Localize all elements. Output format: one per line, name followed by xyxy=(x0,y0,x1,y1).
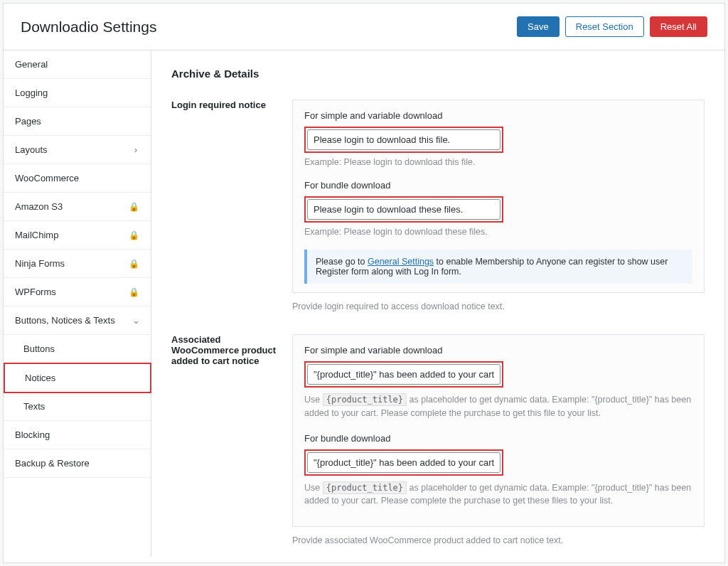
example-text: Example: Please login to download these … xyxy=(304,227,692,237)
sidebar-item-wpforms[interactable]: WPForms🔒 xyxy=(4,278,151,306)
sidebar-item-texts[interactable]: Texts xyxy=(4,393,151,421)
field-row-cart-notice: Associated WooCommerce product added to … xyxy=(171,334,705,545)
header-buttons: Save Reset Section Reset All xyxy=(517,16,707,37)
chevron-right-icon: › xyxy=(132,146,139,154)
sidebar-item-amazon-s3[interactable]: Amazon S3🔒 xyxy=(4,193,151,221)
field-description: Provide login required to access downloa… xyxy=(292,301,705,311)
field-label: Associated WooCommerce product added to … xyxy=(171,334,279,366)
sidebar-item-buttons-notices-texts[interactable]: Buttons, Notices & Texts⌄ xyxy=(4,306,151,335)
sidebar-item-label: Notices xyxy=(25,373,55,383)
sidebar-item-label: Buttons xyxy=(23,343,55,354)
cart-simple-input[interactable] xyxy=(307,364,500,385)
reset-section-button[interactable]: Reset Section xyxy=(565,16,644,37)
sub-label: For bundle download xyxy=(304,180,692,191)
example-text: Example: Please login to download this f… xyxy=(304,157,692,167)
code-placeholder: {product_title} xyxy=(323,481,407,494)
sidebar-item-label: Layouts xyxy=(15,144,48,155)
helper-text: Use {product_title} as placeholder to ge… xyxy=(304,393,692,420)
sidebar-item-logging[interactable]: Logging xyxy=(4,79,151,107)
sidebar-item-ninja-forms[interactable]: Ninja Forms🔒 xyxy=(4,250,151,278)
page-title: Downloadio Settings xyxy=(21,18,156,36)
helper-pre: Use xyxy=(304,483,323,493)
highlight-box xyxy=(304,196,503,223)
sidebar-item-label: WooCommerce xyxy=(15,173,79,183)
field-row-login-notice: Login required notice For simple and var… xyxy=(171,100,705,311)
sidebar-item-label: Ninja Forms xyxy=(15,258,65,269)
sidebar-item-blocking[interactable]: Blocking xyxy=(4,421,151,449)
sub-label: For simple and variable download xyxy=(304,110,692,121)
sidebar-item-label: Backup & Restore xyxy=(15,458,90,469)
sidebar-item-layouts[interactable]: Layouts› xyxy=(4,136,151,164)
note-text-pre: Please go to xyxy=(316,257,368,267)
helper-text: Use {product_title} as placeholder to ge… xyxy=(304,481,692,508)
field-group-bundle: For bundle download Example: Please logi… xyxy=(304,180,692,237)
sidebar-item-label: WPForms xyxy=(15,287,56,297)
code-placeholder: {product_title} xyxy=(323,393,407,406)
field-card: For simple and variable download Example… xyxy=(292,100,705,293)
lock-icon: 🔒 xyxy=(129,259,139,269)
sub-label: For simple and variable download xyxy=(304,345,692,356)
main-content: Archive & Details Login required notice … xyxy=(151,50,724,557)
helper-pre: Use xyxy=(304,395,323,405)
highlight-box xyxy=(304,449,503,476)
lock-icon: 🔒 xyxy=(129,287,139,297)
login-bundle-input[interactable] xyxy=(307,199,500,220)
section-title: Archive & Details xyxy=(171,68,705,80)
lock-icon: 🔒 xyxy=(129,230,139,240)
highlight-box xyxy=(304,127,503,153)
sidebar-item-label: Logging xyxy=(15,87,48,98)
sidebar-item-general[interactable]: General xyxy=(4,50,151,79)
sidebar-item-notices[interactable]: Notices xyxy=(4,363,151,393)
sidebar-item-label: Amazon S3 xyxy=(15,201,63,212)
field-group-simple: For simple and variable download Use {pr… xyxy=(304,345,692,420)
cart-bundle-input[interactable] xyxy=(307,452,500,473)
lock-icon: 🔒 xyxy=(129,202,139,212)
sidebar-item-label: MailChimp xyxy=(15,230,58,240)
sidebar-item-label: Buttons, Notices & Texts xyxy=(15,315,115,326)
sidebar-item-label: Blocking xyxy=(15,429,50,440)
reset-all-button[interactable]: Reset All xyxy=(650,16,707,37)
sidebar-item-backup-restore[interactable]: Backup & Restore xyxy=(4,449,151,478)
sidebar: General Logging Pages Layouts› WooCommer… xyxy=(4,50,151,557)
save-button[interactable]: Save xyxy=(517,16,560,37)
sidebar-item-label: Texts xyxy=(23,401,45,412)
sidebar-item-label: Pages xyxy=(15,116,41,127)
sub-label: For bundle download xyxy=(304,433,692,444)
field-group-bundle: For bundle download Use {product_title} … xyxy=(304,433,692,508)
info-note: Please go to General Settings to enable … xyxy=(304,250,692,284)
general-settings-link[interactable]: General Settings xyxy=(368,257,434,267)
sidebar-item-pages[interactable]: Pages xyxy=(4,107,151,136)
field-group-simple: For simple and variable download Example… xyxy=(304,110,692,167)
sidebar-item-buttons[interactable]: Buttons xyxy=(4,335,151,363)
sidebar-item-mailchimp[interactable]: MailChimp🔒 xyxy=(4,221,151,250)
sidebar-item-woocommerce[interactable]: WooCommerce xyxy=(4,164,151,193)
sidebar-item-label: General xyxy=(15,59,48,70)
chevron-down-icon: ⌄ xyxy=(132,317,139,324)
login-simple-input[interactable] xyxy=(307,129,500,150)
field-card: For simple and variable download Use {pr… xyxy=(292,334,705,527)
field-description: Provide associated WooCommerce product a… xyxy=(292,535,705,545)
highlight-box xyxy=(304,361,503,388)
field-label: Login required notice xyxy=(171,100,279,110)
